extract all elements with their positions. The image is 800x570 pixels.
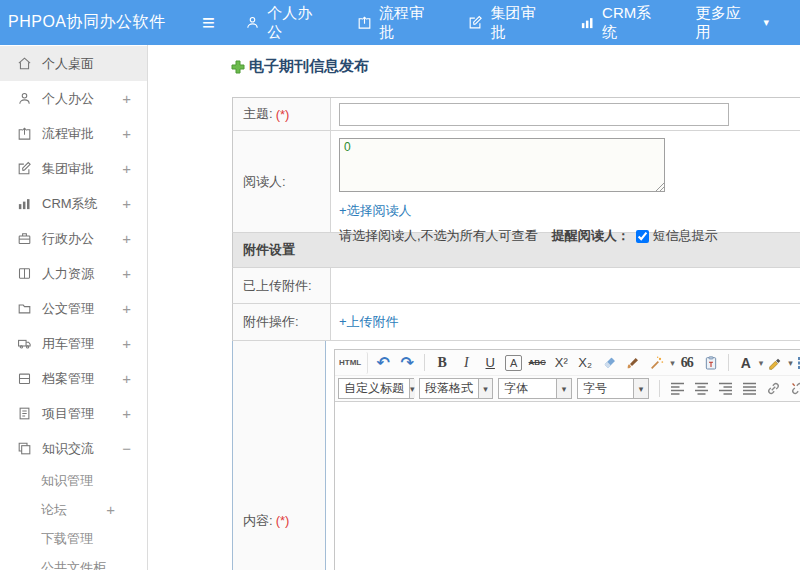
subscript-button[interactable]: X₂ (574, 352, 596, 374)
superscript-button[interactable]: X² (550, 352, 572, 374)
align-right-icon[interactable] (714, 378, 736, 400)
highlight-pen-icon[interactable] (764, 352, 786, 374)
attachment-op-label: 附件操作: (233, 304, 331, 340)
sidebar-item-label: 档案管理 (42, 370, 112, 388)
expand-toggle[interactable]: + (122, 230, 131, 247)
expand-toggle[interactable]: + (122, 160, 131, 177)
sms-notify-checkbox[interactable] (636, 230, 649, 243)
readers-hint: 请选择阅读人,不选为所有人可查看 (339, 227, 538, 245)
sidebar-item-knowledge-exchange[interactable]: 知识交流 − (0, 431, 147, 466)
align-center-icon[interactable] (690, 378, 712, 400)
readers-label: 阅读人: (233, 131, 331, 232)
expand-toggle[interactable]: + (122, 125, 131, 142)
source-code-button[interactable]: HTML (339, 352, 368, 374)
rich-text-editor: HTML ↶ ↷ B I U A ABC X² X₂ ▾ (334, 349, 800, 570)
font-size-select[interactable]: 字号 ▾ (577, 378, 649, 399)
caret-down-icon[interactable]: ▾ (759, 358, 764, 368)
expand-toggle[interactable]: + (122, 90, 131, 107)
sidebar-item-vehicle-management[interactable]: 用车管理 + (0, 326, 147, 361)
sidebar-item-workflow-approval[interactable]: 流程审批 + (0, 116, 147, 151)
bold-button[interactable]: B (431, 352, 453, 374)
app-title: PHPOA协同办公软件 (0, 12, 194, 33)
section-title: 附件设置 (243, 241, 295, 259)
sidebar-subitem-label: 知识管理 (41, 472, 115, 490)
briefcase-icon (17, 231, 32, 246)
sidebar-item-project-management[interactable]: 项目管理 + (0, 396, 147, 431)
nav-crm-system[interactable]: CRM系统 (580, 4, 665, 42)
nav-more-apps[interactable]: 更多应用 ▾ (696, 4, 769, 42)
caret-down-icon[interactable]: ▾ (788, 358, 793, 368)
hamburger-menu-icon[interactable]: ≡ (194, 12, 224, 34)
sidebar-subitem-public-file-cabinet[interactable]: 公共文件柜 (0, 553, 147, 570)
paragraph-format-select[interactable]: 段落格式 ▾ (419, 378, 493, 399)
sidebar-subitem-download-management[interactable]: 下载管理 (0, 524, 147, 553)
editor-toolbar-row2: 自定义标题 ▾ 段落格式 ▾ 字体 ▾ 字号 ▾ (335, 376, 800, 402)
label-text: 内容: (243, 512, 273, 530)
format-brush-icon[interactable] (622, 352, 644, 374)
form-row-uploaded: 已上传附件: (232, 268, 800, 304)
redo-button[interactable]: ↷ (396, 352, 418, 374)
italic-button[interactable]: I (455, 352, 477, 374)
sidebar-item-archive-management[interactable]: 档案管理 + (0, 361, 147, 396)
remove-link-icon[interactable] (786, 378, 800, 400)
align-left-icon[interactable] (666, 378, 688, 400)
expand-toggle[interactable]: + (122, 405, 131, 422)
caret-down-icon[interactable]: ▾ (670, 358, 675, 368)
sidebar-item-label: 个人办公 (42, 90, 112, 108)
subject-input[interactable] (339, 103, 729, 126)
sidebar-subitem-knowledge-management[interactable]: 知识管理 (0, 466, 147, 495)
sidebar-item-label: 流程审批 (42, 125, 112, 143)
nav-personal-office[interactable]: 个人办公 (245, 4, 326, 42)
upload-attachment-link[interactable]: +上传附件 (339, 313, 399, 331)
select-value: 字体 (499, 380, 556, 397)
sidebar-subitem-forum[interactable]: 论坛 + (0, 495, 147, 524)
readers-cell: 0 +选择阅读人 请选择阅读人,不选为所有人可查看 提醒阅读人： 短信息提示 (331, 131, 800, 232)
font-color-button[interactable]: A (735, 352, 757, 374)
sidebar-item-document-management[interactable]: 公文管理 + (0, 291, 147, 326)
expand-toggle[interactable]: + (106, 501, 115, 518)
remove-format-eraser-icon[interactable] (598, 352, 620, 374)
content-label: 内容: (*) (233, 341, 326, 570)
expand-toggle[interactable]: + (122, 300, 131, 317)
choose-readers-link[interactable]: +选择阅读人 (339, 202, 412, 220)
paste-plain-text-icon[interactable] (700, 352, 722, 374)
top-navigation: 个人办公 流程审批 集团审批 CRM系统 更多应用 ▾ (245, 4, 800, 42)
editor-content-area[interactable] (335, 402, 800, 570)
label-text: 阅读人: (243, 173, 286, 191)
label-text: 附件操作: (243, 313, 299, 331)
font-style-button[interactable]: A (505, 355, 522, 371)
sidebar-item-label: 知识交流 (42, 440, 112, 458)
sidebar-item-personal-office[interactable]: 个人办公 + (0, 81, 147, 116)
expand-toggle[interactable]: + (122, 195, 131, 212)
expand-toggle[interactable]: + (122, 335, 131, 352)
font-family-select[interactable]: 字体 ▾ (498, 378, 572, 399)
blockquote-button[interactable]: 66 (676, 352, 698, 374)
collapse-toggle[interactable]: − (122, 440, 131, 457)
subject-cell (331, 98, 800, 130)
sidebar-item-human-resources[interactable]: 人力资源 + (0, 256, 147, 291)
insert-link-icon[interactable] (762, 378, 784, 400)
undo-button[interactable]: ↶ (372, 352, 394, 374)
expand-toggle[interactable]: + (122, 370, 131, 387)
ordered-list-icon[interactable] (794, 352, 800, 374)
sidebar-item-crm-system[interactable]: CRM系统 + (0, 186, 147, 221)
align-justify-icon[interactable] (738, 378, 760, 400)
custom-heading-select[interactable]: 自定义标题 ▾ (338, 378, 414, 399)
readers-textarea[interactable]: 0 (339, 138, 665, 192)
strikethrough-button[interactable]: ABC (526, 352, 548, 374)
form-row-readers: 阅读人: 0 +选择阅读人 请选择阅读人,不选为所有人可查看 提醒阅读人： 短信… (232, 131, 800, 233)
form-row-content: 内容: (*) HTML ↶ ↷ B I U A ABC X² (232, 341, 800, 570)
select-value: 字号 (578, 380, 633, 397)
archive-icon (17, 371, 32, 386)
sidebar-item-group-approval[interactable]: 集团审批 + (0, 151, 147, 186)
sidebar-item-admin-office[interactable]: 行政办公 + (0, 221, 147, 256)
expand-toggle[interactable]: + (122, 265, 131, 282)
sidebar-item-personal-desktop[interactable]: 个人桌面 (0, 46, 147, 81)
underline-button[interactable]: U (479, 352, 501, 374)
sms-notify-label: 短信息提示 (653, 227, 718, 245)
nav-group-approval[interactable]: 集团审批 (468, 4, 549, 42)
sidebar: 个人桌面 个人办公 + 流程审批 + 集团审批 + CRM系统 + 行政办公 +… (0, 45, 148, 570)
nav-workflow-approval[interactable]: 流程审批 (357, 4, 438, 42)
auto-format-wand-icon[interactable] (646, 352, 668, 374)
required-mark: (*) (276, 107, 290, 122)
